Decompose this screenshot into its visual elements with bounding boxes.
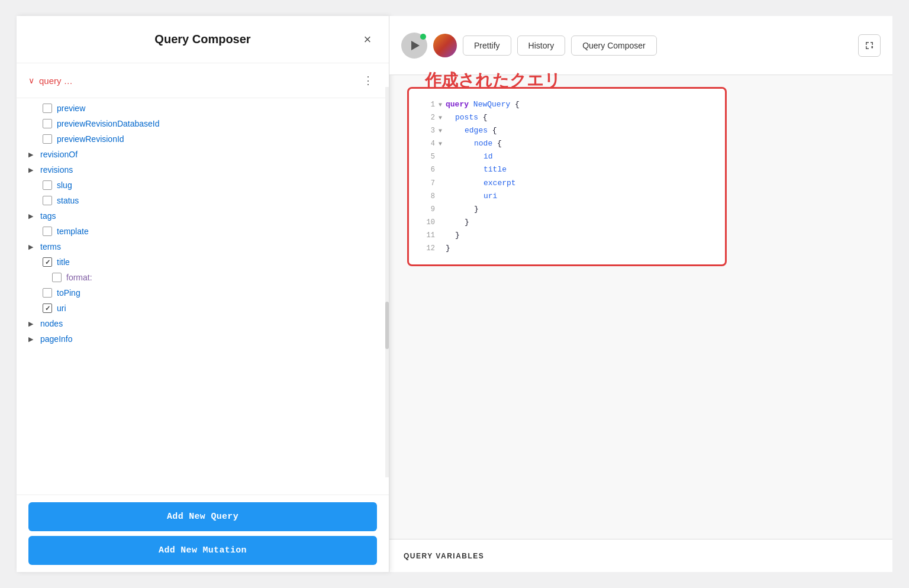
list-item[interactable]: status — [17, 193, 389, 208]
code-line-6: 6 title — [421, 163, 713, 176]
item-label-toPing: toPing — [57, 288, 80, 298]
checkbox-format[interactable] — [52, 273, 62, 282]
checkbox-uri[interactable] — [43, 303, 52, 313]
arrow-icon-terms: ▶ — [28, 243, 36, 251]
code-line-9: 9 } — [421, 203, 713, 216]
query-composer-button[interactable]: Query Composer — [571, 35, 657, 56]
item-label-pageInfo: pageInfo — [40, 334, 73, 344]
item-label-uri: uri — [57, 303, 66, 313]
checkbox-template[interactable] — [43, 227, 52, 236]
list-item[interactable]: title — [17, 254, 389, 270]
item-label-terms: terms — [40, 242, 61, 251]
item-label-previewRevisionDatabaseId: previewRevisionDatabaseId — [57, 119, 160, 128]
scrollbar-thumb[interactable] — [385, 302, 389, 349]
scrollbar-track — [385, 87, 389, 477]
tree-items: preview previewRevisionDatabaseId previe… — [17, 98, 389, 349]
run-button[interactable] — [401, 33, 427, 59]
item-label-template: template — [57, 227, 89, 236]
checkbox-previewRevisionDatabaseId[interactable] — [43, 119, 52, 128]
list-item[interactable]: slug — [17, 177, 389, 193]
prettify-button[interactable]: Prettify — [463, 35, 511, 56]
list-item[interactable]: uri — [17, 301, 389, 316]
item-label-slug: slug — [57, 180, 72, 190]
item-label-nodes: nodes — [40, 319, 63, 328]
checkbox-title[interactable] — [43, 257, 52, 267]
main-content: Query Composer × ∨ query … ⋮ preview — [17, 16, 892, 572]
query-header-row: ∨ query … ⋮ — [17, 63, 389, 98]
code-line-12: 12 } — [421, 242, 713, 255]
list-item[interactable]: ▶ tags — [17, 208, 389, 224]
bottom-buttons: Add New Query Add New Mutation — [17, 495, 389, 572]
code-line-8: 8 uri — [421, 190, 713, 203]
toolbar: Prettify History Query Composer — [389, 16, 892, 75]
right-panel: Prettify History Query Composer 作成されたクエリ… — [389, 16, 892, 572]
item-label-tags: tags — [40, 211, 56, 221]
code-line-11: 11 } — [421, 229, 713, 242]
list-item[interactable]: previewRevisionId — [17, 131, 389, 147]
avatar — [433, 34, 457, 57]
checkbox-previewRevisionId[interactable] — [43, 134, 52, 144]
code-area: 作成されたクエリ 1 ▼ query NewQuery { 2 ▼ posts … — [389, 75, 892, 539]
list-item[interactable]: preview — [17, 101, 389, 116]
add-new-query-button[interactable]: Add New Query — [28, 502, 377, 531]
more-options-button[interactable]: ⋮ — [359, 73, 377, 88]
code-line-5: 5 id — [421, 150, 713, 163]
checkbox-toPing[interactable] — [43, 288, 52, 298]
list-item[interactable]: ▶ pageInfo — [17, 331, 389, 347]
item-label-previewRevisionId: previewRevisionId — [57, 134, 124, 144]
code-line-3: 3 ▼ edges { — [421, 124, 713, 137]
code-editor[interactable]: 1 ▼ query NewQuery { 2 ▼ posts { 3 ▼ e — [407, 87, 727, 266]
arrow-icon-nodes: ▶ — [28, 320, 36, 328]
code-line-7: 7 excerpt — [421, 177, 713, 190]
list-item[interactable]: toPing — [17, 285, 389, 301]
add-new-mutation-button[interactable]: Add New Mutation — [28, 536, 377, 565]
modal-container: Query Composer × ∨ query … ⋮ preview — [17, 16, 892, 572]
status-dot — [420, 34, 426, 40]
code-line-4: 4 ▼ node { — [421, 137, 713, 150]
query-variables-label: QUERY VARIABLES — [404, 552, 484, 560]
close-button[interactable]: × — [358, 30, 377, 49]
list-item[interactable]: ▶ revisions — [17, 162, 389, 177]
item-label-status: status — [57, 196, 79, 205]
code-line-1: 1 ▼ query NewQuery { — [421, 98, 713, 111]
query-tree: ∨ query … ⋮ preview previewRevisionDatab… — [17, 63, 389, 495]
panel-title: Query Composer — [154, 33, 250, 46]
list-item[interactable]: format: — [17, 270, 389, 285]
code-line-2: 2 ▼ posts { — [421, 111, 713, 124]
checkbox-slug[interactable] — [43, 180, 52, 190]
code-line-10: 10 } — [421, 216, 713, 229]
item-label-title: title — [57, 257, 70, 267]
query-variables-bar[interactable]: QUERY VARIABLES — [389, 539, 892, 572]
list-item[interactable]: ▶ terms — [17, 239, 389, 254]
checkbox-preview[interactable] — [43, 104, 52, 113]
item-label-revisions: revisions — [40, 165, 73, 175]
list-item[interactable]: previewRevisionDatabaseId — [17, 116, 389, 131]
expand-icon — [865, 41, 874, 50]
arrow-icon-pageInfo: ▶ — [28, 335, 36, 343]
arrow-icon-revisions: ▶ — [28, 166, 36, 174]
query-label: query … — [39, 76, 73, 86]
list-item[interactable]: template — [17, 224, 389, 239]
item-label-preview: preview — [57, 104, 85, 113]
history-button[interactable]: History — [517, 35, 566, 56]
list-item[interactable]: ▶ nodes — [17, 316, 389, 331]
list-item[interactable]: ▶ revisionOf — [17, 147, 389, 162]
chevron-down-icon[interactable]: ∨ — [28, 76, 34, 85]
checkbox-status[interactable] — [43, 196, 52, 205]
item-label-format: format: — [66, 273, 92, 282]
expand-button[interactable] — [858, 34, 881, 57]
arrow-icon-tags: ▶ — [28, 212, 36, 220]
panel-header: Query Composer × — [17, 16, 389, 63]
arrow-icon-revisionOf: ▶ — [28, 151, 36, 159]
item-label-revisionOf: revisionOf — [40, 150, 78, 159]
left-panel: Query Composer × ∨ query … ⋮ preview — [17, 16, 389, 572]
